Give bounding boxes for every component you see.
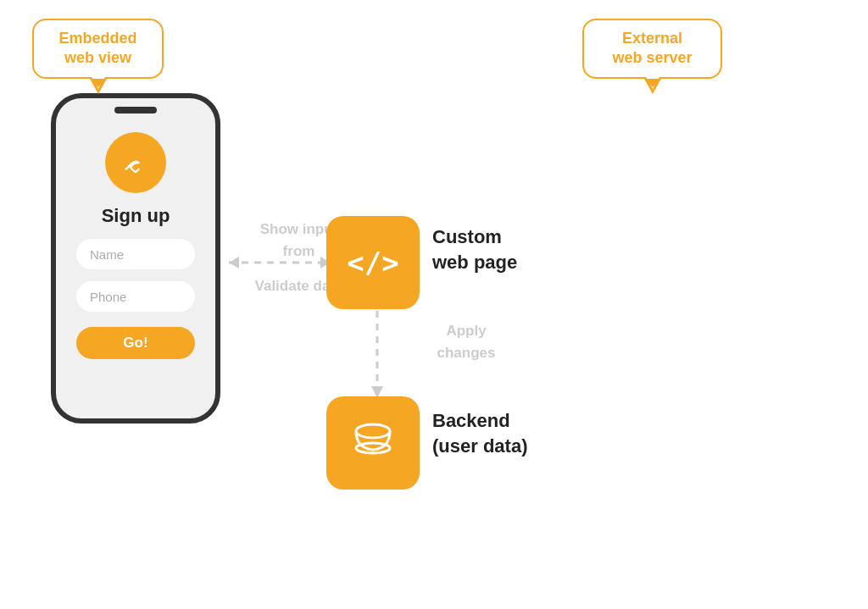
svg-marker-1 [229, 257, 239, 269]
backend-label: Backend(user data) [432, 408, 527, 458]
external-server-bubble: External web server [582, 19, 722, 79]
phone-name-input: Name [76, 239, 195, 269]
database-icon [348, 418, 398, 468]
phone-placeholder: Phone [90, 290, 126, 304]
external-bubble-text: External [622, 30, 682, 47]
phone-phone-input: Phone [76, 281, 195, 312]
name-placeholder: Name [90, 247, 124, 262]
phone-icon-circle [105, 132, 166, 193]
backend-box [326, 396, 420, 490]
phone-mockup: Sign up Name Phone Go! [51, 93, 220, 424]
apply-changes-label: Apply changes [420, 320, 513, 363]
custom-webpage-box: </> [326, 216, 420, 309]
custom-webpage-label: Customweb page [432, 224, 517, 274]
embedded-bubble-text: Embedded [58, 30, 136, 47]
go-button-label: Go! [123, 335, 147, 352]
phone-signal-icon [120, 147, 152, 179]
code-icon: </> [347, 246, 398, 280]
embedded-bubble-text2: web view [64, 49, 131, 66]
embedded-webview-bubble: Embedded web view [32, 19, 164, 79]
phone-signup-title: Sign up [102, 205, 170, 227]
svg-point-6 [356, 443, 390, 453]
svg-point-5 [356, 424, 390, 438]
diagram-container: Embedded web view External web server Si… [0, 0, 868, 609]
phone-go-button[interactable]: Go! [76, 327, 195, 359]
phone-notch [114, 107, 157, 113]
external-bubble-text2: web server [612, 49, 692, 66]
